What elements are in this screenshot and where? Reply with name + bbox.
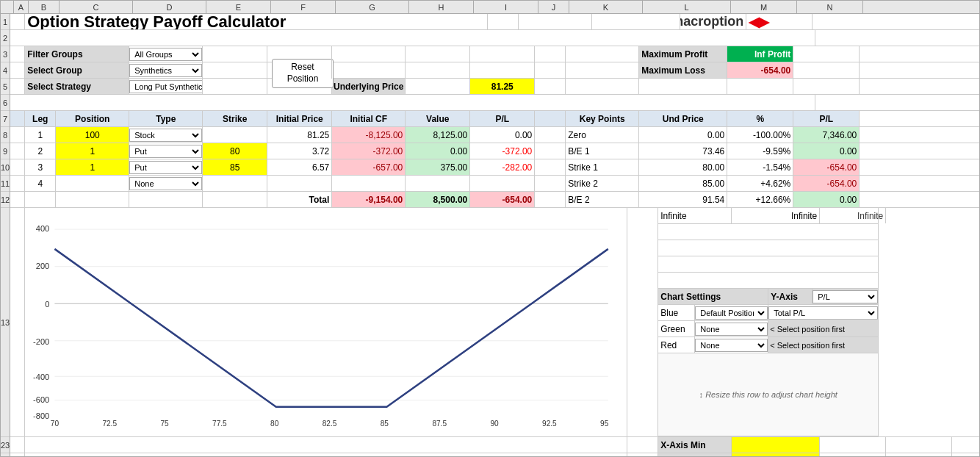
green-select[interactable]: None	[695, 321, 768, 337]
filter-groups-dropdown[interactable]: All Groups Basic Synthetics	[129, 46, 203, 62]
r4-k	[566, 62, 639, 78]
r11-j	[535, 176, 566, 191]
svg-text:400: 400	[36, 224, 50, 233]
rn-6: 6	[1, 95, 10, 111]
row-24: X-Axis Max	[10, 453, 979, 456]
r1-l	[592, 14, 680, 29]
x-axis-min-value[interactable]	[732, 437, 820, 453]
row-4: Select Group Synthetics All Basic Maximu…	[10, 62, 979, 79]
col-headers: A B C D E F G H I J K L M N	[1, 1, 979, 14]
leg4-strike	[203, 176, 267, 191]
rn-7: 7	[1, 111, 10, 127]
select-strategy-dropdown[interactable]: Long Put Synthetic Strangle Long Call Lo…	[129, 79, 203, 94]
max-loss-label: Maximum Loss	[639, 62, 727, 78]
r4-a	[10, 62, 25, 78]
x-axis-min-label: X-Axis Min	[658, 437, 732, 453]
svg-text:80: 80	[270, 420, 279, 428]
r1-j	[488, 14, 519, 29]
svg-text:77.5: 77.5	[212, 420, 227, 428]
blue-select[interactable]: Default Position	[695, 305, 768, 320]
y-axis-select[interactable]: P/L	[813, 289, 879, 304]
leg3-strike[interactable]: 85	[203, 159, 267, 175]
chart-settings-label: Chart Settings	[658, 289, 768, 304]
leg2-type-select[interactable]: PutCallStock	[129, 145, 202, 158]
kp-header-pct: %	[727, 111, 793, 126]
svg-text:95: 95	[600, 420, 609, 428]
blue-dropdown[interactable]: Default Position	[695, 306, 768, 320]
col-header-a: A	[14, 1, 29, 13]
leg1-type-select[interactable]: StockPutCall	[129, 129, 202, 142]
red-legend: < Select position first	[768, 337, 879, 353]
rn-3: 3	[1, 46, 10, 62]
r2-right	[815, 30, 979, 46]
app-title: Option Strategy Payoff Calculator	[25, 14, 488, 29]
position-header: Position	[56, 111, 129, 126]
rn-24: 24	[1, 453, 10, 456]
r7-j	[535, 111, 566, 126]
svg-text:75: 75	[161, 420, 170, 428]
underlying-price-value[interactable]: 81.25	[470, 79, 535, 94]
kp2-pl: -654.00	[793, 159, 860, 175]
leg3-position[interactable]: 1	[56, 159, 129, 175]
leg4-type-select[interactable]: NonePutCallStock	[129, 177, 202, 190]
leg3-type[interactable]: PutCallStock	[129, 159, 203, 175]
red-select[interactable]: None	[695, 337, 768, 353]
leg1-position[interactable]: 100	[56, 127, 129, 143]
leg4-initialprice	[267, 176, 332, 191]
kp4-pct: +12.66%	[727, 192, 793, 207]
kp3-label: Strike 2	[566, 176, 639, 191]
x-axis-max-value[interactable]	[732, 453, 820, 456]
leg1-type[interactable]: StockPutCall	[129, 127, 203, 143]
r12-d	[129, 192, 203, 207]
leg2-pl: -372.00	[470, 143, 535, 159]
kp0-pl: 7,346.00	[793, 127, 860, 143]
row-9: 2 1 PutCallStock 80 3.72 -372.00 0.00 -3…	[10, 143, 979, 159]
leg4-type[interactable]: NonePutCallStock	[129, 176, 203, 191]
initial-cf-header: Initial CF	[332, 111, 406, 126]
kp5-row: Infinite Infinite Infinite	[658, 208, 878, 224]
reset-position-button[interactable]	[267, 46, 332, 79]
r23-n	[886, 437, 952, 453]
r11-a	[10, 176, 25, 191]
kp-empty1	[658, 224, 878, 240]
leg2-position[interactable]: 1	[56, 143, 129, 159]
select-strategy-select[interactable]: Long Put Synthetic Strangle Long Call Lo…	[129, 80, 203, 93]
svg-text:85: 85	[381, 420, 389, 428]
blue-legend-dropdown[interactable]: Total P/L	[768, 306, 878, 320]
svg-text:90: 90	[491, 420, 500, 428]
leg2-initialprice: 3.72	[267, 143, 332, 159]
select-group-dropdown[interactable]: Synthetics All Basic	[129, 62, 203, 78]
filter-groups-select[interactable]: All Groups Basic Synthetics	[129, 48, 202, 61]
r24-a	[10, 453, 25, 456]
leg3-type-select[interactable]: PutCallStock	[129, 161, 202, 174]
r24-m	[820, 453, 886, 456]
r-chart-j	[627, 208, 658, 436]
leg1-initialcf: -8,125.00	[332, 127, 406, 143]
r3-k	[566, 46, 639, 62]
col-header-i: I	[474, 1, 538, 13]
leg2-strike[interactable]: 80	[203, 143, 267, 159]
leg2-type[interactable]: PutCallStock	[129, 143, 203, 159]
green-dropdown[interactable]: None	[695, 323, 768, 336]
kp3-undprice: 85.00	[639, 176, 727, 191]
total-initialcf: -9,154.00	[332, 192, 406, 207]
leg3-num: 3	[25, 159, 56, 175]
leg-header: Leg	[25, 111, 56, 126]
svg-text:-800: -800	[33, 411, 49, 420]
svg-text:-200: -200	[33, 337, 49, 346]
kp2-undprice: 80.00	[639, 159, 727, 175]
r5-d	[203, 79, 267, 94]
select-group-select[interactable]: Synthetics All Basic	[129, 64, 202, 77]
r6-empty	[10, 95, 815, 110]
rows-area: 1 2 3 4 5 6 7 8 9 10 11 12 13 23 24 25 O…	[1, 14, 979, 456]
r12-b	[25, 192, 56, 207]
red-dropdown[interactable]: None	[695, 339, 768, 352]
r4-g	[332, 62, 406, 78]
logo-name: macroption	[680, 14, 743, 29]
rn-10: 10	[1, 159, 10, 176]
r10-a	[10, 159, 25, 175]
filter-groups-label: Filter Groups	[25, 46, 129, 62]
blue-legend-select[interactable]: Total P/L	[768, 305, 879, 320]
y-axis-dropdown[interactable]: P/L	[813, 290, 878, 303]
select-group-label: Select Group	[25, 62, 129, 78]
